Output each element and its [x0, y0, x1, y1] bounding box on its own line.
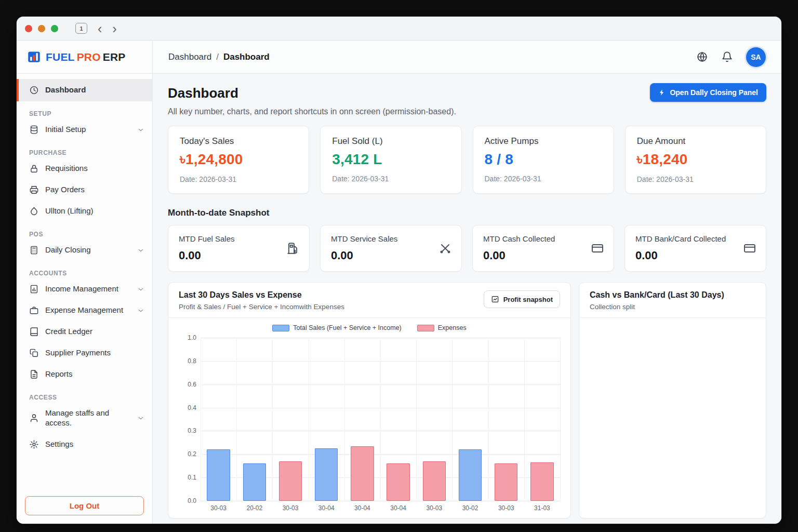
- stat-card-fuel-sold-l: Fuel Sold (L)3,412 LDate: 2026-03-31: [320, 126, 461, 194]
- back-button[interactable]: ‹: [98, 23, 102, 34]
- legend-label: Total Sales (Fuel + Service + Income): [293, 324, 401, 331]
- dashboard-content: Dashboard Open Dally Closing Panel All k…: [153, 74, 781, 524]
- mtd-card-title: MTD Cash Collected: [483, 234, 603, 243]
- chart-bar-slot: [309, 338, 344, 501]
- sidebar-item-daily-closing[interactable]: Daily Closing: [17, 240, 152, 261]
- chart-bar-slot: [344, 338, 380, 501]
- chart-bar-slot: [201, 338, 236, 501]
- chart-bar-slot: [272, 338, 308, 501]
- legend-item: Expenses: [417, 324, 467, 331]
- x-axis-labels: 30-0320-0230-0330-0430-0430-0430-0330-02…: [201, 504, 560, 512]
- stat-cards-row: Today's Sales৳1,24,800Date: 2026-03-31Fu…: [168, 126, 766, 194]
- copy-icon: [29, 348, 39, 358]
- chevron-down-icon: [137, 307, 145, 315]
- logout-area: Log Out: [17, 490, 152, 524]
- chart-doc-icon: [29, 284, 39, 294]
- brand-logo: FUELPROERP: [17, 41, 152, 74]
- y-axis-label: 0.3: [188, 427, 196, 434]
- stat-card-due-amount: Due Amount৳18,240Date: 2026-03-31: [625, 126, 766, 194]
- window-close-button[interactable]: [25, 25, 32, 32]
- cash-card-header: Cash vs Bank/Card (Last 30 Days) Collect…: [579, 283, 766, 318]
- forward-button[interactable]: ›: [112, 23, 116, 34]
- open-daily-closing-label: Open Dally Closing Panel: [670, 88, 758, 97]
- x-axis-label: 30-02: [452, 504, 488, 512]
- sidebar-item-initial-setup[interactable]: Initial Setup: [17, 119, 152, 140]
- breadcrumb-current: Dashboard: [223, 52, 270, 62]
- sidebar-section-label: ACCOUNTS: [17, 270, 152, 277]
- x-axis-label: 30-03: [272, 504, 308, 512]
- sidebar-item-ullton-lifting[interactable]: Ullton (Lifting): [17, 201, 152, 222]
- page-subtitle: All key number, charts, and report short…: [168, 107, 766, 116]
- mtd-card-mtd-service-sales: MTD Service Sales0.00: [320, 225, 462, 272]
- sidebar-item-requisitions[interactable]: Requisitions: [17, 158, 152, 179]
- mtd-card-title: MTD Fuel Sales: [179, 234, 299, 243]
- legend-label: Expenses: [438, 324, 467, 331]
- window-zoom-button[interactable]: [51, 25, 58, 32]
- chart-bar: [243, 463, 266, 501]
- logout-button[interactable]: Log Out: [25, 496, 144, 515]
- avatar[interactable]: SA: [746, 47, 766, 67]
- brand-name: FUELPROERP: [46, 51, 126, 63]
- app-window: 1 ‹ › FUELPROERP DashboardSETUPInitial S…: [17, 17, 781, 524]
- chart-bar-slot: [452, 338, 488, 501]
- breadcrumb-root[interactable]: Dashboard: [168, 52, 211, 62]
- sidebar-item-label: Expense Management: [45, 305, 123, 315]
- chevron-down-icon: [137, 414, 145, 422]
- window-minimize-button[interactable]: [38, 25, 45, 32]
- y-axis-label: 0.6: [188, 381, 196, 388]
- stat-card-today-s-sales: Today's Sales৳1,24,800Date: 2026-03-31: [168, 126, 309, 194]
- chart-bar: [423, 461, 446, 501]
- sidebar-item-label: Dashboard: [45, 85, 86, 95]
- sidebar-section-label: ACCESS: [17, 394, 152, 401]
- gridline: [201, 501, 560, 501]
- stat-card-date: Date: 2026-03-31: [332, 175, 449, 183]
- profit-snapshot-button[interactable]: Profit snapshot: [484, 290, 560, 308]
- window-titlebar: 1 ‹ ›: [17, 17, 781, 41]
- y-axis-label: 0.2: [188, 450, 196, 458]
- topbar: Dashboard / Dashboard SA: [153, 41, 781, 74]
- chart-bar: [530, 462, 553, 501]
- x-axis-label: 30-03: [201, 504, 236, 512]
- breadcrumb-separator: /: [216, 52, 219, 62]
- mtd-card-value: 0.00: [179, 249, 299, 262]
- dashboard-icon: [29, 85, 39, 95]
- sidebar-section-label: PURCHASE: [17, 149, 152, 156]
- stat-card-title: Today's Sales: [180, 136, 297, 147]
- fuel-pump-icon: [286, 242, 300, 255]
- chart-bar-slot: [488, 338, 524, 501]
- book-icon: [29, 327, 39, 337]
- printer-icon: [29, 185, 39, 195]
- sidebar-item-manage-staffs-and-access[interactable]: Manage staffs and access.: [17, 403, 152, 434]
- sidebar-item-settings[interactable]: Settings: [17, 434, 152, 455]
- chart-bar-slot: [416, 338, 452, 501]
- tab-count-button[interactable]: 1: [75, 23, 87, 34]
- cash-card-subtitle: Collection split: [590, 303, 724, 311]
- charts-row: Last 30 Days Sales vs Expense Profit & S…: [168, 282, 766, 518]
- sidebar-item-supplier-payments[interactable]: Supplier Payments: [17, 342, 152, 364]
- cash-card-body: [579, 318, 766, 518]
- mtd-cards-row: MTD Fuel Sales0.00MTD Service Sales0.00M…: [168, 225, 766, 272]
- chevron-down-icon: [137, 285, 145, 294]
- cash-card-title: Cash vs Bank/Card (Last 30 Days): [590, 290, 724, 300]
- sidebar-item-income-management[interactable]: Income Management: [17, 278, 152, 300]
- breadcrumb: Dashboard / Dashboard: [168, 52, 270, 62]
- sidebar-item-reports[interactable]: Reports: [17, 364, 152, 385]
- chevron-down-icon: [137, 126, 145, 134]
- sidebar-item-expense-management[interactable]: Expense Management: [17, 300, 152, 321]
- bell-icon[interactable]: [721, 51, 733, 63]
- stat-card-title: Fuel Sold (L): [332, 136, 449, 147]
- legend-swatch: [272, 325, 289, 331]
- sidebar-item-label: Pay Orders: [45, 185, 85, 195]
- sidebar-item-pay-orders[interactable]: Pay Orders: [17, 179, 152, 201]
- sidebar-item-credit-ledger[interactable]: Credit Ledger: [17, 321, 152, 342]
- sidebar-item-label: Supplier Payments: [45, 348, 111, 358]
- open-daily-closing-button[interactable]: Open Dally Closing Panel: [650, 83, 766, 102]
- sidebar-item-label: Requisitions: [45, 164, 88, 174]
- vertical-gridline: [560, 338, 561, 501]
- brand-icon: [27, 50, 41, 64]
- globe-icon[interactable]: [696, 51, 708, 63]
- chart-bars: [201, 338, 560, 501]
- calculator-icon: [29, 245, 39, 255]
- sidebar-item-dashboard[interactable]: Dashboard: [17, 79, 152, 101]
- sidebar-item-label: Credit Ledger: [45, 327, 92, 337]
